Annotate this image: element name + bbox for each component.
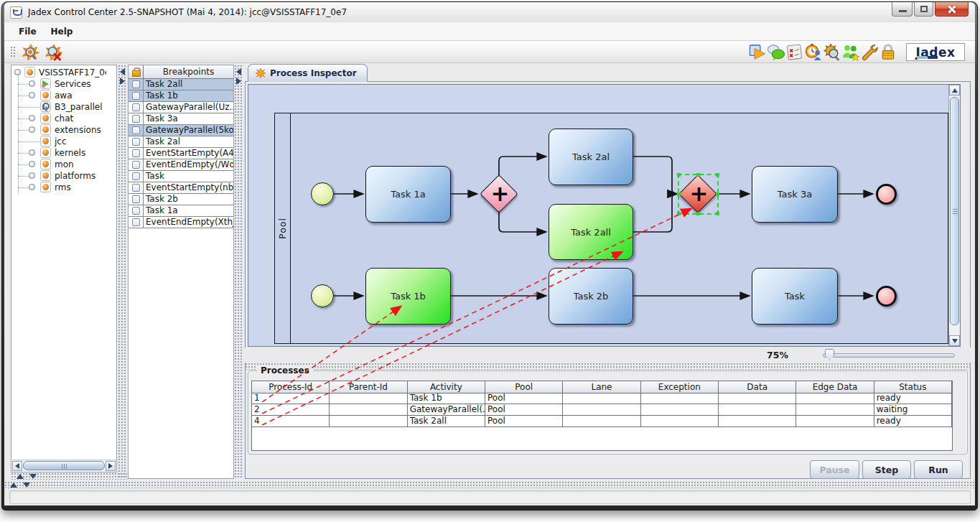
task-3a-node[interactable]: Task 3a (752, 166, 838, 223)
collapse-up-icon[interactable] (17, 474, 24, 479)
process-cell[interactable] (563, 404, 640, 416)
process-cell[interactable] (641, 393, 719, 404)
tree-hscrollbar[interactable] (12, 460, 116, 471)
simulation-icon[interactable] (804, 43, 823, 61)
conversation-icon[interactable] (767, 43, 785, 61)
test-center-icon[interactable] (785, 43, 804, 61)
breakpoint-checkbox[interactable] (132, 92, 140, 100)
tree-item-kernels[interactable]: kernels (11, 147, 106, 159)
process-column-header[interactable]: Parent-Id (330, 381, 407, 393)
breakpoint-row[interactable]: Task 2b (129, 194, 233, 205)
step-button[interactable]: Step (862, 460, 911, 479)
breakpoints-header[interactable]: Breakpoints (129, 65, 233, 79)
pause-button[interactable]: Pause (810, 460, 859, 479)
zoom-slider-track[interactable] (823, 353, 955, 358)
end-event-bottom[interactable] (876, 286, 897, 307)
lock-column-header[interactable] (129, 65, 144, 78)
process-cell[interactable] (330, 416, 407, 427)
process-cell[interactable] (719, 416, 796, 427)
breakpoint-row[interactable]: EventEndEmpty(/Wd... (129, 159, 233, 171)
breakpoint-row[interactable]: GatewayParallel(Uz... (129, 102, 233, 113)
process-cell[interactable] (641, 416, 719, 427)
task-1b-node[interactable]: Task 1b (365, 268, 451, 325)
process-column-header[interactable]: Activity (408, 381, 485, 393)
scroll-left-arrow-icon[interactable] (12, 461, 22, 471)
tree-expand-handle-icon[interactable] (29, 161, 35, 167)
process-column-header[interactable]: Pool (485, 381, 563, 393)
breakpoint-row[interactable]: Task 2all (129, 79, 233, 90)
kill-platform-icon[interactable] (45, 43, 63, 61)
process-cell[interactable] (796, 416, 874, 427)
end-event-top[interactable] (876, 184, 897, 205)
process-cell[interactable]: ready (874, 416, 952, 427)
tree-expand-handle-icon[interactable] (29, 92, 35, 98)
breakpoint-checkbox[interactable] (132, 218, 140, 226)
tree-expand-handle-icon[interactable] (29, 149, 35, 156)
breakpoint-row[interactable]: EventStartEmpty(A4... (129, 148, 233, 159)
debugger-icon[interactable] (823, 43, 841, 61)
process-column-header[interactable]: Status (874, 381, 952, 393)
tree-expand-handle-icon[interactable] (14, 69, 21, 75)
close-button[interactable] (935, 2, 969, 17)
process-cell[interactable]: 1 (252, 393, 330, 404)
breakpoint-row[interactable]: Task (129, 171, 233, 182)
breakpoint-row[interactable]: EventStartEmpty(nb... (129, 182, 233, 194)
breakpoint-row[interactable]: EventEndEmpty(XthJ... (129, 217, 233, 228)
tree-expand-handle-icon[interactable] (29, 172, 35, 179)
title-bar[interactable]: Jadex Control Center 2.5-SNAPSHOT (Mai 4… (4, 2, 975, 22)
process-cell[interactable] (796, 404, 874, 416)
process-cell[interactable] (330, 404, 407, 416)
maximize-button[interactable] (914, 2, 933, 17)
collapse-down-icon[interactable] (23, 483, 30, 488)
security-icon[interactable] (879, 43, 897, 61)
process-cell[interactable] (641, 404, 719, 416)
tree-split-divider[interactable] (118, 65, 127, 479)
status-split-divider[interactable] (4, 481, 974, 488)
collapse-right-icon[interactable] (120, 78, 125, 85)
start-event-bottom[interactable] (311, 284, 334, 307)
process-column-header[interactable]: Process-Id (252, 381, 330, 393)
process-cell[interactable]: Pool (485, 404, 563, 416)
tree-expand-handle-icon[interactable] (29, 126, 35, 133)
inspector-split-divider[interactable] (245, 363, 971, 370)
process-column-header[interactable]: Lane (563, 381, 640, 393)
tree-expand-handle-icon[interactable] (29, 115, 35, 121)
process-cell[interactable]: Task 2all (408, 416, 485, 427)
tree-item-awa[interactable]: awa (11, 90, 106, 101)
zoom-slider-thumb[interactable] (825, 349, 834, 360)
minimize-button[interactable] (892, 2, 913, 17)
breakpoint-row[interactable]: Task 2al (129, 136, 233, 148)
awareness-icon[interactable] (841, 43, 860, 61)
diagram-vscrollbar[interactable] (948, 85, 960, 346)
tree-item-extensions[interactable]: extensions (11, 124, 106, 136)
task-2b-node[interactable]: Task 2b (549, 268, 633, 325)
breakpoint-checkbox[interactable] (132, 80, 140, 88)
task-node[interactable]: Task (752, 268, 838, 325)
tree-item-b3-parallel[interactable]: B3_parallel (11, 101, 106, 113)
tree-item-platforms[interactable]: platforms (11, 170, 106, 182)
breakpoint-checkbox[interactable] (132, 207, 140, 215)
process-cell[interactable]: Pool (485, 393, 563, 404)
process-cell[interactable] (563, 393, 640, 404)
breakpoint-row[interactable]: GatewayParallel(5ko... (129, 125, 233, 136)
add-remote-platform-icon[interactable] (22, 43, 40, 61)
process-cell[interactable]: Task 1b (408, 393, 485, 404)
task-2al-node[interactable]: Task 2al (549, 129, 633, 185)
tree-hscroll-thumb[interactable] (23, 461, 105, 470)
tree-item-jcc[interactable]: jcc (11, 136, 106, 147)
process-cell[interactable] (719, 393, 796, 404)
tree-item-rms[interactable]: rms (11, 182, 106, 193)
menu-file[interactable]: File (11, 24, 44, 39)
start-event-top[interactable] (311, 182, 334, 205)
scroll-up-arrow-icon[interactable] (949, 85, 960, 95)
tree-item-services[interactable]: Services (11, 78, 106, 90)
collapse-down-icon[interactable] (29, 474, 37, 479)
process-cell[interactable] (796, 393, 874, 404)
tab-process-inspector[interactable]: Process Inspector (248, 64, 368, 82)
process-cell[interactable] (719, 404, 796, 416)
process-column-header[interactable]: Data (719, 381, 796, 393)
process-cell[interactable]: waiting (874, 404, 952, 416)
breakpoint-row[interactable]: Task 1b (129, 90, 233, 102)
tree-item-mon[interactable]: mon (11, 159, 106, 170)
process-cell[interactable] (563, 416, 640, 427)
